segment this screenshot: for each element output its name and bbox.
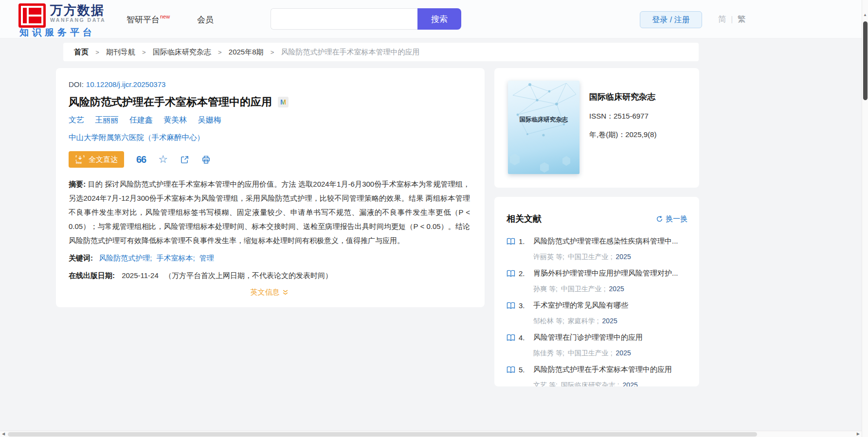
online-publish-date-row: 在线出版日期: 2025-11-24 （万方平台首次上网日期，不代表论文的发表时… (69, 268, 470, 282)
print-icon[interactable] (201, 155, 211, 164)
breadcrumb-separator: > (218, 49, 222, 56)
related-item-authors: 文艺 等; (533, 381, 558, 386)
issn-label: ISSN： (589, 112, 614, 120)
keyword-link[interactable]: 管理 (199, 254, 214, 262)
related-item-source: 中国卫生产业 ; (561, 285, 606, 293)
fulltext-button-label: 全文直达 (89, 155, 118, 164)
author-link[interactable]: 文艺 (69, 116, 84, 124)
journal-cover-title: 国际临床研究杂志 (508, 116, 579, 124)
related-item-number: 2. (519, 269, 531, 278)
scroll-right-arrow[interactable]: ▶ (857, 431, 860, 437)
related-article-item: 1. 风险防范式护理管理在感染性疾病科管理中... 许丽英 等;中国卫生产业 ;… (506, 236, 687, 262)
refresh-related-button[interactable]: 换一换 (656, 214, 687, 224)
keywords-label: 关键词: (69, 254, 93, 262)
related-item-title[interactable]: 手术室护理的常见风险有哪些 (533, 301, 628, 310)
related-item-authors: 邹松林 等; (533, 317, 564, 325)
related-item-number: 4. (519, 333, 531, 342)
doi-link[interactable]: 10.12208/j.ijcr.20250373 (86, 80, 165, 88)
related-article-item: 5. 风险防范式护理在手术室标本管理中的应用 文艺 等;国际临床研究杂志 ;20… (506, 364, 687, 386)
breadcrumb-separator: > (142, 49, 146, 56)
breadcrumb-home[interactable]: 首页 (74, 48, 89, 56)
related-item-year: 2025 (602, 317, 617, 325)
publish-date-value: 2025-11-24 (122, 271, 159, 280)
favorite-star-icon[interactable]: ☆ (158, 154, 168, 165)
related-item-year: 2025 (616, 253, 631, 261)
volume-label: 年,卷(期)： (589, 130, 625, 139)
scroll-up-arrow[interactable]: ▲ (862, 13, 868, 17)
double-chevron-down-icon (282, 289, 289, 296)
search-button[interactable]: 搜索 (417, 8, 461, 30)
search-bar: 搜索 (271, 8, 461, 30)
author-link[interactable]: 王丽丽 (95, 116, 118, 124)
breadcrumb-issue[interactable]: 2025年8期 (229, 48, 264, 56)
abstract-text: 目的 探讨风险防范式护理在手术室标本管理中的应用价值。方法 选取2024年1月-… (69, 180, 470, 245)
publish-date-label: 在线出版日期: (69, 271, 115, 280)
free-download-icon: free (75, 155, 85, 165)
keyword-link[interactable]: 手术室标本; (157, 254, 195, 262)
related-item-authors: 孙爽 等; (533, 285, 558, 293)
related-item-source: 中国卫生产业 ; (568, 349, 613, 357)
english-info-toggle[interactable]: 英文信息 (251, 288, 289, 297)
breadcrumb-current-page: 风险防范式护理在手术室标本管理中的应用 (281, 48, 419, 56)
svg-text:free: free (76, 161, 82, 164)
keyword-link[interactable]: 风险防范式护理; (99, 254, 152, 262)
horizontal-scrollbar[interactable]: ◀ ▶ (0, 431, 862, 437)
wanfang-logo-icon (18, 3, 46, 28)
affiliation-link[interactable]: 中山大学附属第六医院（手术麻醉中心） (69, 133, 470, 143)
nav-item-member[interactable]: 会员 (197, 14, 214, 25)
breadcrumb-journal-nav[interactable]: 期刊导航 (106, 48, 135, 56)
lang-traditional[interactable]: 繁 (737, 15, 745, 24)
volume-value: 2025,9(8) (625, 130, 656, 139)
logo-tagline: 知识服务平台 (19, 26, 95, 39)
journal-issn-row: ISSN：2515-6977 (589, 112, 656, 121)
article-title: 风险防范式护理在手术室标本管理中的应用 (69, 95, 272, 109)
author-link[interactable]: 黄美林 (163, 116, 187, 124)
related-item-title[interactable]: 风险管理在门诊护理管理中的应用 (533, 333, 643, 342)
author-list: 文艺 王丽丽 任建鑫 黄美林 吴姗梅 (69, 115, 470, 125)
related-article-item: 4. 风险管理在门诊护理管理中的应用 陈佳秀 等;中国卫生产业 ;2025 (506, 332, 687, 358)
lang-simplified[interactable]: 简 (718, 15, 726, 24)
vertical-scrollbar[interactable]: ▲ (862, 0, 868, 437)
scroll-left-arrow[interactable]: ◀ (2, 431, 5, 437)
book-icon (506, 334, 516, 341)
cite-icon[interactable]: 66 (136, 155, 146, 164)
wanfang-logo[interactable]: 万方数据 WANFANG DATA (18, 3, 106, 28)
nav-item-zhiyan-platform[interactable]: 智研平台new (127, 14, 170, 25)
related-item-title[interactable]: 风险防范式护理管理在感染性疾病科管理中... (533, 237, 678, 246)
doi-label: DOI: (69, 80, 84, 88)
refresh-icon (656, 215, 663, 223)
issn-value: 2515-6977 (614, 112, 649, 120)
publish-date-note: （万方平台首次上网日期，不代表论文的发表时间） (164, 271, 332, 280)
article-toolbar: free 全文直达 66 ☆ (69, 151, 470, 168)
horizontal-scrollbar-thumb[interactable] (8, 432, 757, 437)
language-switch: 简|繁 (718, 14, 745, 25)
related-articles-title: 相关文献 (506, 213, 542, 225)
medical-badge: M (278, 97, 289, 107)
fulltext-access-button[interactable]: free 全文直达 (69, 151, 124, 168)
book-icon (506, 302, 516, 309)
book-icon (506, 238, 516, 245)
related-item-year: 2025 (623, 381, 638, 386)
article-title-row: 风险防范式护理在手术室标本管理中的应用 M (69, 95, 470, 109)
login-register-button[interactable]: 登录 / 注册 (640, 11, 702, 28)
related-item-source: 国际临床研究杂志 ; (561, 381, 619, 386)
journal-info-card: 国际临床研究杂志 国际临床研究杂志 ISSN：2515-6977 年,卷(期)：… (494, 68, 699, 188)
search-input[interactable] (271, 8, 417, 30)
breadcrumb: 首页 > 期刊导航 > 国际临床研究杂志 > 2025年8期 > 风险防范式护理… (63, 43, 699, 61)
logo-en-text: WANFANG DATA (50, 17, 106, 23)
breadcrumb-journal[interactable]: 国际临床研究杂志 (153, 48, 211, 56)
new-badge: new (160, 14, 170, 19)
journal-name-link[interactable]: 国际临床研究杂志 (589, 91, 656, 103)
breadcrumb-separator: > (95, 49, 99, 56)
vertical-scrollbar-thumb[interactable] (863, 21, 868, 100)
breadcrumb-separator: > (271, 49, 274, 56)
related-item-title[interactable]: 风险防范式护理在手术室标本管理中的应用 (533, 365, 672, 374)
journal-volume-row: 年,卷(期)：2025,9(8) (589, 130, 656, 140)
share-export-icon[interactable] (180, 155, 189, 164)
lang-divider: | (731, 15, 733, 24)
author-link[interactable]: 任建鑫 (129, 116, 153, 124)
author-link[interactable]: 吴姗梅 (198, 116, 221, 124)
related-item-title[interactable]: 胃肠外科护理管理中应用护理风险管理对护... (533, 269, 678, 278)
abstract-label: 摘要: (69, 180, 86, 188)
journal-cover[interactable]: 国际临床研究杂志 (508, 81, 579, 174)
